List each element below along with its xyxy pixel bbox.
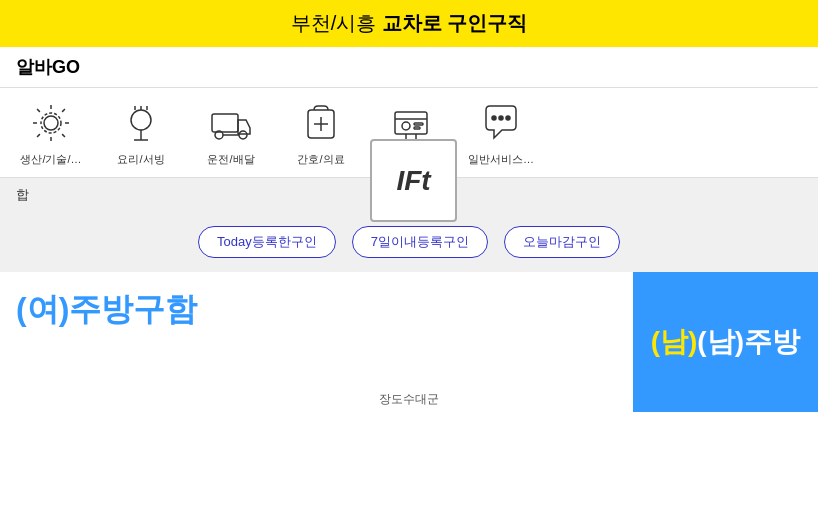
category-nursing[interactable]: 간호/의료	[286, 98, 356, 167]
logo-area: IFt	[370, 139, 457, 222]
job-title-male: (남)(남)주방	[651, 323, 800, 361]
header-part1: 부천/시흥	[291, 12, 382, 34]
svg-point-17	[402, 122, 410, 130]
svg-rect-8	[212, 114, 238, 132]
svg-rect-19	[414, 127, 420, 129]
category-service-label: 일반서비스…	[468, 152, 534, 167]
medical-icon	[296, 98, 346, 148]
category-cooking-label: 요리/서빙	[117, 152, 164, 167]
category-production[interactable]: 생산/기술/…	[16, 98, 86, 167]
category-cooking[interactable]: 요리/서빙	[106, 98, 176, 167]
page-header: 부천/시흥 교차로 구인구직	[0, 0, 818, 47]
svg-point-23	[499, 116, 503, 120]
header-part2: 교차로 구인구직	[382, 12, 528, 34]
chat-icon	[476, 98, 526, 148]
category-delivery-label: 운전/배달	[207, 152, 254, 167]
svg-point-2	[131, 110, 151, 130]
category-nursing-label: 간호/의료	[297, 152, 344, 167]
job-title-female: (여)주방구함	[16, 291, 197, 327]
gear-icon	[26, 98, 76, 148]
category-delivery[interactable]: 운전/배달	[196, 98, 266, 167]
svg-point-22	[492, 116, 496, 120]
topbar: 알바GO	[0, 47, 818, 88]
svg-point-10	[239, 131, 247, 139]
today-button[interactable]: Today등록한구인	[198, 226, 336, 258]
topbar-label: 알바GO	[16, 57, 80, 77]
svg-point-0	[44, 116, 58, 130]
filter-label: 합	[16, 187, 29, 202]
truck-icon	[206, 98, 256, 148]
logo-text: IFt	[396, 165, 430, 197]
category-service[interactable]: 일반서비스…	[466, 98, 536, 167]
today-close-button[interactable]: 오늘마감구인	[504, 226, 620, 258]
svg-point-24	[506, 116, 510, 120]
svg-rect-18	[414, 123, 423, 125]
bottom-text: 장도수대군	[379, 391, 439, 408]
food-icon	[116, 98, 166, 148]
bottom-section: (여)주방구함 (남)(남)주방 장도수대군	[0, 272, 818, 412]
job-card-male[interactable]: (남)(남)주방	[633, 272, 818, 412]
job-card-female[interactable]: (여)주방구함	[0, 272, 633, 412]
category-production-label: 생산/기술/…	[20, 152, 81, 167]
week-button[interactable]: 7일이내등록구인	[352, 226, 488, 258]
